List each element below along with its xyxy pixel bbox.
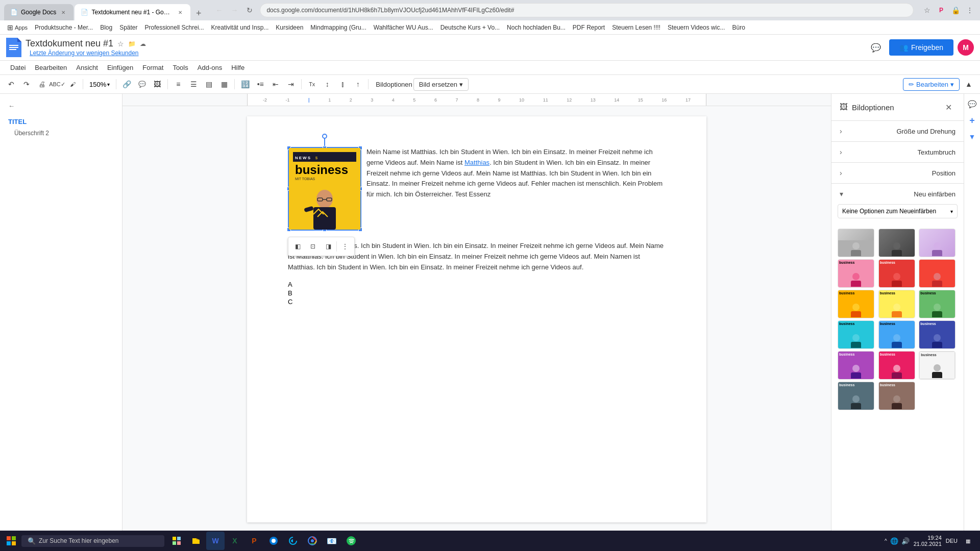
panel-close-button[interactable]: ✕	[941, 100, 955, 114]
swatch-bw[interactable]: business	[919, 351, 955, 380]
bookmark-deutsche[interactable]: Deutsche Kurs + Vo...	[437, 23, 503, 32]
last-modified[interactable]: Letzte Änderung vor wenigen Sekunden	[30, 49, 139, 57]
taskbar-photos-button[interactable]	[264, 532, 283, 550]
bullet-list-button[interactable]: •≡	[253, 77, 267, 91]
bookmark-buero[interactable]: Büro	[729, 23, 748, 32]
menu-hilfe[interactable]: Hilfe	[227, 62, 249, 73]
url-bar[interactable]: docs.google.com/document/d/1hUH8k6h7Lb8y…	[260, 3, 914, 17]
bookmark-professionell[interactable]: Professionell Schrei...	[142, 23, 207, 32]
undo-button[interactable]: ↶	[4, 77, 18, 91]
menu-bearbeiten[interactable]: Bearbeiten	[31, 62, 71, 73]
share-button[interactable]: 👥 Freigeben	[889, 39, 953, 56]
bookmark-mindmapping[interactable]: Mindmapping (Gru...	[307, 23, 369, 32]
move-up-button[interactable]: ↑	[351, 77, 365, 91]
bookmark-icon[interactable]: ☆	[921, 4, 933, 16]
edge-down-button[interactable]: ▼	[966, 131, 978, 143]
comment-icon[interactable]: 💬	[867, 38, 885, 57]
start-button[interactable]	[2, 532, 20, 550]
bookmark-steuern2[interactable]: Steuern Videos wic...	[665, 23, 728, 32]
edge-plus-button[interactable]: +	[966, 114, 978, 127]
swatch-yellow-bright[interactable]: business	[878, 290, 915, 318]
panel-section-size-header[interactable]: › Größe und Drehung	[831, 121, 964, 141]
menu-datei[interactable]: Datei	[6, 62, 30, 73]
bookmark-kreativitaet[interactable]: Kreativität und Insp...	[208, 23, 272, 32]
swatch-purple-light[interactable]	[919, 229, 955, 257]
forward-button[interactable]: →	[227, 3, 241, 17]
bookmark-steuern[interactable]: Steuern Lesen !!!!	[609, 23, 664, 32]
extension-icon[interactable]: 🔒	[949, 4, 962, 16]
matthias-link[interactable]: Matthias	[464, 159, 489, 166]
outline-title[interactable]: TITEL	[8, 118, 114, 126]
swatch-crimson[interactable]: business	[878, 259, 915, 288]
swatch-orange-yellow[interactable]: business	[838, 290, 874, 318]
panel-section-textwrap-header[interactable]: › Textumbruch	[831, 142, 964, 162]
redo-button[interactable]: ↷	[19, 77, 34, 91]
taskbar-search[interactable]: 🔍 Zur Suche Text hier eingeben	[21, 535, 164, 547]
bookmark-blog[interactable]: Blog	[97, 23, 115, 32]
image-selected[interactable]: NEWS $ business MIT TOBIAS	[288, 147, 361, 231]
swatch-magenta[interactable]: business	[878, 351, 915, 380]
image-button[interactable]: 🖼	[150, 77, 164, 91]
refresh-button[interactable]: ↻	[242, 3, 257, 17]
rotation-handle[interactable]	[322, 134, 327, 139]
img-align-right-btn[interactable]: ◨	[321, 239, 335, 254]
bookmark-spaeter[interactable]: Später	[116, 23, 140, 32]
swatch-violet[interactable]: business	[838, 351, 874, 380]
line-spacing-button[interactable]: ↕	[320, 77, 334, 91]
taskbar-edge-button[interactable]	[284, 532, 302, 550]
tab-google-docs[interactable]: 📄 Google Docs ✕	[4, 4, 74, 20]
outline-heading2[interactable]: Überschrift 2	[14, 130, 114, 137]
bookmark-noch[interactable]: Noch hochladen Bu...	[504, 23, 569, 32]
taskbar-spotify-button[interactable]	[342, 532, 360, 550]
print-button[interactable]: 🖨	[35, 77, 49, 91]
menu-ansicht[interactable]: Ansicht	[72, 62, 102, 73]
taskbar-files-button[interactable]	[187, 532, 205, 550]
numbered-list-button[interactable]: 🔢	[238, 77, 252, 91]
tab-textdoc[interactable]: 📄 Textdokument neu #1 - Google ... ✕	[75, 4, 190, 20]
menu-tools[interactable]: Tools	[168, 62, 192, 73]
menu-format[interactable]: Format	[138, 62, 167, 73]
format-clear-button[interactable]: Tx	[305, 77, 319, 91]
spellcheck-button[interactable]: ABC✓	[50, 77, 64, 91]
collapse-toolbar-button[interactable]: ▲	[962, 77, 976, 91]
comment-btn[interactable]: 💬	[135, 77, 149, 91]
bild-ersetzen-button[interactable]: Bild ersetzen ▾	[413, 78, 469, 91]
doc-title[interactable]: Textdokument neu #1	[26, 38, 113, 49]
new-tab-button[interactable]: +	[191, 6, 206, 20]
img-align-center-btn[interactable]: ⊡	[306, 239, 320, 254]
bookmark-produktsuche[interactable]: Produktsuche - Mer...	[32, 23, 96, 32]
swatch-red-bright[interactable]	[919, 259, 955, 288]
folder-icon[interactable]: 📁	[128, 40, 136, 47]
swatch-green-bright[interactable]: business	[919, 290, 955, 318]
swatch-blue-medium[interactable]: business	[878, 320, 915, 349]
img-more-btn[interactable]: ⋮	[338, 239, 352, 254]
swatch-gray-light[interactable]	[838, 229, 874, 257]
doc-area[interactable]: NEWS $ business MIT TOBIAS	[122, 106, 831, 533]
indent-decrease-button[interactable]: ⇤	[268, 77, 283, 91]
taskbar-excel-button[interactable]: X	[226, 532, 244, 550]
taskbar-mail-button[interactable]: 📧	[323, 532, 341, 550]
taskbar-clock[interactable]: 19:24 21.02.2021	[914, 535, 942, 547]
bookmark-kursideen[interactable]: Kursideen	[273, 23, 306, 32]
panel-scroll-area[interactable]: › Größe und Drehung › Textumbruch › Posi	[831, 121, 964, 533]
swatch-gray-dark[interactable]	[878, 229, 915, 257]
menu-einfuegen[interactable]: Einfügen	[103, 62, 137, 73]
columns-button[interactable]: ⫿	[335, 77, 350, 91]
bookmark-pdf[interactable]: PDF Report	[570, 23, 608, 32]
tab-close-1[interactable]: ✕	[59, 8, 67, 16]
panel-section-recolor-header[interactable]: ▾ Neu einfärben	[831, 184, 964, 204]
taskbar-ppt-button[interactable]: P	[245, 532, 263, 550]
menu-addons[interactable]: Add-ons	[193, 62, 226, 73]
profile-icon[interactable]: P	[935, 4, 947, 16]
swatch-teal-bright[interactable]: business	[838, 320, 874, 349]
link-button[interactable]: 🔗	[119, 77, 134, 91]
bookmark-apps[interactable]: ⊞ Apps	[4, 22, 31, 33]
edit-mode-button[interactable]: ✏ Bearbeiten ▾	[903, 78, 960, 91]
star-icon[interactable]: ☆	[117, 40, 124, 48]
swatch-charcoal[interactable]: business	[838, 382, 874, 410]
copy-formatting-button[interactable]: 🖌	[65, 77, 80, 91]
taskbar-explorer-button[interactable]	[167, 532, 186, 550]
swatch-brown[interactable]: business	[878, 382, 915, 410]
swatch-indigo[interactable]: business	[919, 320, 955, 349]
swatch-pink[interactable]: business	[838, 259, 874, 288]
